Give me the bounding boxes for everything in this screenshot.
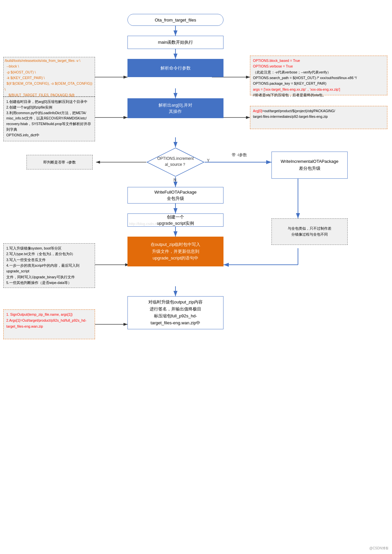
write-output-node: 在output_zip临时包中写入 升级文件，并更新信息到 upgrade_sc…	[127, 237, 223, 266]
start-label: Ota_from_target_files	[155, 18, 196, 23]
similar-full-box: 与全包类似，只不过制作差分镜像过程与全包不同	[271, 218, 348, 245]
cmd-args-right-text: OPTIONS.block_based = True OPTIONS.verbo…	[253, 58, 357, 98]
opt-block-based: OPTIONS.block_based = True	[253, 59, 300, 63]
main-start-node: main函数开始执行	[127, 36, 223, 49]
similar-full-label: 与全包类似，只不过制作差分镜像过程与全包不同	[288, 226, 331, 237]
parse-left-text: 1.创建临时目录，把arg[0]压缩包解压到这个目录中 2.创建一个arg[0]…	[6, 99, 92, 138]
opt-args: args = ['xxx-target_files-eng.xx.zip'，'x…	[253, 87, 340, 91]
watermark: http://blog.csdn.net/emacihin	[129, 222, 175, 226]
diagram-container: Ota_from_target_files main函数开始执行 解析命令行参数…	[0, 0, 392, 554]
no-i-box: 即判断是否带 -i参数	[26, 155, 93, 169]
svg-text:al_source？: al_source？	[165, 162, 186, 167]
opt-verbose: OPTIONS.verbose = True	[253, 64, 293, 68]
sign-left-box: 1. SignOutput(temp_zip_file.name, args[1…	[3, 309, 95, 339]
svg-text:OPTIONS.increment: OPTIONS.increment	[157, 156, 194, 161]
incremental-diamond: OPTIONS.increment al_source？	[146, 147, 205, 177]
n-label: N	[173, 178, 176, 182]
write-output-label: 在output_zip临时包中写入 升级文件，并更新信息到 upgrade_sc…	[151, 241, 201, 262]
y-label: Y	[207, 158, 210, 163]
with-i-label: 带 -i参数	[232, 152, 247, 158]
write-incremental-label: WriteIncrementalOTAPackage 差分包升级	[281, 158, 338, 172]
start-node: Ota_from_target_files	[127, 14, 223, 26]
opt-package-key: OPTIONS.package_key = $(KEY_CERT_PAIR)	[253, 81, 357, 86]
parse-right-box: Arg[0]=out/target/product/$(project)/obj…	[250, 106, 387, 129]
write-full-node: WriteFullOTAPackage 全包升级	[127, 187, 223, 204]
parse-cmd-label: 解析命令行参数	[161, 65, 191, 71]
opt-comment: //前者是obj下的压缩包，后者是最终的ota包。	[253, 92, 357, 98]
opt-search-path: OPTIONS.search_path = $(HOST_OUT) /* xxx…	[253, 75, 357, 81]
parse-left-box: 1.创建临时目录，把arg[0]压缩包解压到这个目录中 2.创建一个arg[0]…	[3, 97, 95, 141]
parse-cmd-node: 解析命令行参数	[127, 59, 223, 77]
write-full-label: WriteFullOTAPackage 全包升级	[154, 189, 196, 202]
footer: @CSDN博客	[369, 546, 389, 551]
write-left-text: 1.写入升级镜像system, boot等分区 2.写入type.txt文件（全…	[6, 246, 92, 286]
sign-left-text: 1. SignOutput(temp_zip_file.name, args[1…	[6, 312, 86, 330]
cmd-args-left-content: /build/tools/releasetools/ota_from_targe…	[5, 58, 94, 98]
sign-output-node: 对临时升级包output_zip内容进行签名，并输出值终极目标压缩包full_p…	[127, 296, 223, 329]
write-incremental-node: WriteIncrementalOTAPackage 差分包升级	[271, 152, 348, 179]
write-left-box: 1.写入升级镜像system, boot等分区 2.写入type.txt文件（全…	[3, 243, 95, 288]
no-i-label: 即判断是否带 -i参数	[43, 160, 75, 165]
parse-arg0-label: 解析出arg[0],并对 其操作	[159, 102, 192, 115]
main-start-label: main函数开始执行	[158, 39, 193, 45]
parse-right-text: Arg[0]=out/target/product/$(project)/obj…	[253, 108, 335, 120]
parse-arg0-node: 解析出arg[0],并对 其操作	[127, 98, 223, 118]
sign-output-label: 对临时升级包output_zip内容进行签名，并输出值终极目标压缩包full_p…	[148, 299, 203, 326]
opt-note: （此处注意：-v代表verbose；--verify代表verify）	[253, 69, 357, 75]
cmd-args-right-box: OPTIONS.block_based = True OPTIONS.verbo…	[250, 56, 387, 95]
